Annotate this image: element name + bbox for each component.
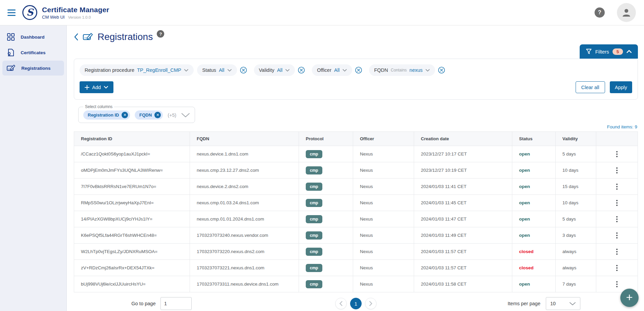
column-header-protocol: Protocol <box>299 132 353 146</box>
protocol-cell: cmp <box>299 195 353 211</box>
status-cell: open <box>512 276 556 292</box>
row-actions-icon[interactable] <box>615 231 619 240</box>
creation-date-cell: 2024/01/03 11:49 CET <box>414 227 512 244</box>
creation-date-cell: 2023/12/27 10:17 CET <box>414 146 512 162</box>
add-registration-fab[interactable]: + <box>620 289 639 307</box>
status-text: open <box>519 151 530 157</box>
row-actions-icon[interactable] <box>615 215 619 224</box>
help-icon[interactable]: ? <box>595 7 605 18</box>
sidebar-item-registrations[interactable]: Registrations <box>2 61 64 76</box>
validity-cell: 10 days <box>556 195 596 211</box>
page-help-icon[interactable]: ? <box>157 30 164 38</box>
add-button-label: Add <box>92 85 101 90</box>
add-button[interactable]: Add <box>80 81 113 93</box>
items-per-page-label: Items per page <box>508 301 540 306</box>
status-cell: open <box>512 227 556 244</box>
items-per-page-select[interactable]: 10 <box>546 297 580 310</box>
filter-pill-registration-procedure[interactable]: Registration procedure TP_RegEnroll_CMP <box>80 64 194 76</box>
status-cell: closed <box>512 244 556 260</box>
row-actions-icon[interactable] <box>615 199 619 207</box>
registration-icon <box>6 64 16 72</box>
table-row: 14/PIAzXGW8bpXUCj9ciYHJs1IY= nexus.cmp.0… <box>74 211 638 227</box>
chevron-down-icon <box>104 86 108 89</box>
filter-pill-fqdn[interactable]: FQDN Contains nexus <box>369 64 435 76</box>
registration-id-cell: RMpSS0wu/1OLzrjweyHaXpJ7EnI= <box>74 195 190 211</box>
clear-all-label: Clear all <box>581 85 599 90</box>
remove-column-icon[interactable]: ✕ <box>122 112 128 118</box>
filter-panel: Registration procedure TP_RegEnroll_CMP … <box>74 59 638 100</box>
chevron-up-icon <box>626 50 632 53</box>
chip-label: FQDN <box>139 112 152 118</box>
filter-pill-validity[interactable]: Validity All <box>254 64 295 76</box>
registration-id-cell: 7I7F0vBktsRRRsN1ve7ERUm1N7o= <box>74 179 190 195</box>
app-header: S Certificate Manager CM Web UI Version … <box>0 0 644 25</box>
validity-cell: always <box>556 260 596 276</box>
fqdn-cell: 1703237073311.nexus.device.dns1.com <box>190 276 299 292</box>
fqdn-cell: nexus.cmp.01.03.24.dns1.com <box>190 195 299 211</box>
column-header-fqdn: FQDN <box>190 132 299 146</box>
filter-label: Status <box>202 67 216 73</box>
clear-fqdn-filter-icon[interactable] <box>438 66 445 74</box>
clear-all-button[interactable]: Clear all <box>576 81 605 93</box>
table-row: RMpSS0wu/1OLzrjweyHaXpJ7EnI= nexus.cmp.0… <box>74 195 638 211</box>
fqdn-cell: 1703237073220.nexus.dns2.com <box>190 244 299 260</box>
officer-cell: Nexus <box>353 162 414 179</box>
chevron-down-icon <box>184 69 189 72</box>
registration-id-cell: oMDPjEm0mJmFYs3UQNLA3WIRenw= <box>74 162 190 179</box>
remove-column-icon[interactable]: ✕ <box>154 112 161 118</box>
filters-count-badge: 5 <box>613 48 623 55</box>
apply-button[interactable]: Apply <box>610 81 632 93</box>
creation-date-cell: 2024/01/03 11:47 CET <box>414 211 512 227</box>
status-text: open <box>519 184 530 189</box>
funnel-icon <box>586 48 592 55</box>
sidebar-item-dashboard[interactable]: Dashboard <box>2 29 64 44</box>
protocol-cell: cmp <box>299 244 353 260</box>
fqdn-cell: nexus.device.2.dns2.com <box>190 179 299 195</box>
previous-page-icon[interactable] <box>335 298 347 309</box>
column-header-validity: Validity <box>556 132 596 146</box>
sidebar-item-certificates[interactable]: Certificates <box>2 45 64 60</box>
validity-cell: 15 days <box>556 179 596 195</box>
status-text: closed <box>519 249 534 254</box>
protocol-badge: cmp <box>306 150 322 158</box>
officer-cell: Nexus <box>353 146 414 162</box>
protocol-cell: cmp <box>299 276 353 292</box>
next-page-icon[interactable] <box>365 298 377 309</box>
chevron-down-icon <box>285 69 290 72</box>
registration-id-cell: 14/PIAzXGW8bpXUCj9ciYHJs1IY= <box>74 211 190 227</box>
row-actions-icon[interactable] <box>615 150 619 159</box>
status-text: open <box>519 233 530 238</box>
row-actions-icon[interactable] <box>615 166 619 175</box>
go-to-page-input[interactable] <box>160 297 192 310</box>
clear-validity-filter-icon[interactable] <box>298 66 305 74</box>
protocol-cell: cmp <box>299 179 353 195</box>
officer-cell: Nexus <box>353 276 414 292</box>
table-row: zV+RDzCmj26aIsrRx+DEX54JTXk= 17032370732… <box>74 260 638 276</box>
filter-pill-officer[interactable]: Officer All <box>312 64 352 76</box>
row-actions-icon[interactable] <box>615 264 619 272</box>
back-icon[interactable] <box>74 33 79 41</box>
plus-icon <box>85 85 89 90</box>
filter-label: Validity <box>259 67 275 73</box>
column-header-actions <box>596 132 638 146</box>
registration-id-cell: W2LhTp0vjTEgsLZy/JDNXRuMSOA= <box>74 244 190 260</box>
row-actions-icon[interactable] <box>615 247 619 256</box>
expand-columns-icon[interactable] <box>181 113 190 118</box>
filter-label: FQDN <box>374 67 388 73</box>
page-number-button[interactable]: 1 <box>350 298 362 309</box>
clear-status-filter-icon[interactable] <box>240 66 247 74</box>
menu-icon[interactable] <box>7 8 18 17</box>
chevron-down-icon <box>227 69 232 72</box>
clear-officer-filter-icon[interactable] <box>355 66 362 74</box>
filter-operator: Contains <box>391 68 407 72</box>
filter-pill-status[interactable]: Status All <box>197 64 237 76</box>
app-subtitle: CM Web UI <box>42 15 65 20</box>
officer-cell: Nexus <box>353 195 414 211</box>
actions-cell <box>596 227 638 244</box>
certificate-icon <box>6 48 15 57</box>
sidebar: Dashboard Certificates Registrations <box>0 25 67 311</box>
row-actions-icon[interactable] <box>615 182 619 191</box>
user-avatar[interactable] <box>617 3 636 22</box>
filters-toggle-button[interactable]: Filters 5 <box>580 44 638 59</box>
row-actions-icon[interactable] <box>615 280 619 289</box>
